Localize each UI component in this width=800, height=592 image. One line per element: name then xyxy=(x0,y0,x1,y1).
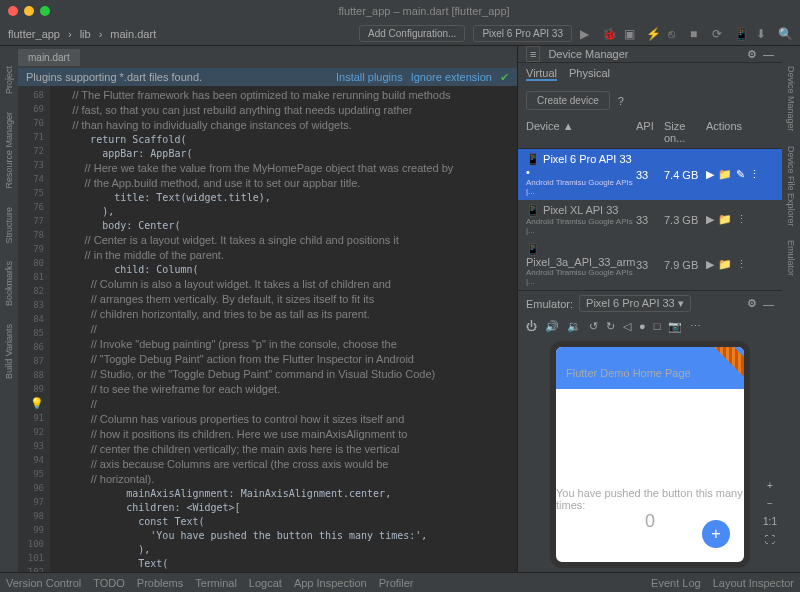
tool-terminal[interactable]: Terminal xyxy=(195,577,237,589)
gear-icon[interactable]: ⚙ xyxy=(747,297,757,310)
emulator-toolbar: ⏻ 🔊 🔉 ↺ ↻ ◁ ● □ 📷 ⋯ xyxy=(518,316,782,337)
hide-icon[interactable]: — xyxy=(763,298,774,310)
col-size[interactable]: Size on... xyxy=(664,120,706,144)
tool-version-control[interactable]: Version Control xyxy=(6,577,81,589)
col-device[interactable]: Device ▲ xyxy=(526,120,636,144)
folder-icon[interactable]: 📁 xyxy=(718,213,732,226)
attach-icon[interactable]: ⎋ xyxy=(668,27,682,41)
stop-icon[interactable]: ■ xyxy=(690,27,704,41)
create-device-button[interactable]: Create device xyxy=(526,91,610,110)
sidebar-project[interactable]: Project xyxy=(4,66,14,94)
run-icon[interactable]: ▶ xyxy=(580,27,594,41)
debug-icon[interactable]: 🐞 xyxy=(602,27,616,41)
tool-event-log[interactable]: Event Log xyxy=(651,577,701,589)
tab-main-dart[interactable]: main.dart xyxy=(18,49,80,66)
volume-up-icon[interactable]: 🔊 xyxy=(545,320,559,333)
more-icon[interactable]: ⋮ xyxy=(749,168,760,181)
device-selector[interactable]: Pixel 6 Pro API 33 xyxy=(473,25,572,42)
power-icon[interactable]: ⏻ xyxy=(526,320,537,333)
panel-menu-icon[interactable]: ≡ xyxy=(526,46,540,62)
editor-area: main.dart Plugins supporting *.dart file… xyxy=(18,46,517,572)
sdk-icon[interactable]: ⬇ xyxy=(756,27,770,41)
sidebar-resource-manager[interactable]: Resource Manager xyxy=(4,112,14,189)
tool-problems[interactable]: Problems xyxy=(137,577,183,589)
hide-icon[interactable]: — xyxy=(763,48,774,60)
code-editor[interactable]: // The Flutter framework has been optimi… xyxy=(50,86,517,572)
chevron-icon: › xyxy=(99,28,103,40)
debug-ribbon xyxy=(714,341,750,383)
col-api[interactable]: API xyxy=(636,120,664,144)
rotate-right-icon[interactable]: ↻ xyxy=(606,320,615,333)
sidebar-emulator[interactable]: Emulator xyxy=(786,240,796,276)
more-icon[interactable]: ⋮ xyxy=(736,213,747,226)
tab-virtual[interactable]: Virtual xyxy=(526,67,557,81)
main-toolbar: flutter_app › lib › main.dart Add Config… xyxy=(0,22,800,46)
install-plugins-link[interactable]: Install plugins xyxy=(336,71,403,83)
device-row[interactable]: 📱 Pixel 6 Pro API 33 •Android Tiramisu G… xyxy=(518,149,782,200)
panel-title: Device Manager xyxy=(548,48,628,60)
play-icon[interactable]: ▶ xyxy=(706,258,714,271)
sidebar-device-file-explorer[interactable]: Device File Explorer xyxy=(786,146,796,227)
avd-icon[interactable]: 📱 xyxy=(734,27,748,41)
fab-add-button[interactable]: + xyxy=(702,520,730,548)
device-row[interactable]: 📱 Pixel_3a_API_33_arm6...Android Tiramis… xyxy=(518,239,782,290)
maximize-window[interactable] xyxy=(40,6,50,16)
tool-todo[interactable]: TODO xyxy=(93,577,125,589)
ignore-extension-link[interactable]: Ignore extension xyxy=(411,71,492,83)
tool-logcat[interactable]: Logcat xyxy=(249,577,282,589)
device-table-header: Device ▲ API Size on... Actions xyxy=(518,116,782,149)
tab-physical[interactable]: Physical xyxy=(569,67,610,81)
phone-appbar: Flutter Demo Home Page xyxy=(556,361,744,389)
emulator-display[interactable]: Flutter Demo Home Page You have pushed t… xyxy=(550,341,750,568)
close-window[interactable] xyxy=(8,6,18,16)
right-sidebar: Device Manager Device File Explorer Emul… xyxy=(782,46,800,572)
tool-layout-inspector[interactable]: Layout Inspector xyxy=(713,577,794,589)
col-actions: Actions xyxy=(706,120,774,144)
add-configuration-button[interactable]: Add Configuration... xyxy=(359,25,465,42)
zoom-full[interactable]: ⛶ xyxy=(762,532,778,548)
overview-icon[interactable]: □ xyxy=(654,320,661,333)
editor-tabs: main.dart xyxy=(18,46,517,68)
help-icon[interactable]: ? xyxy=(618,95,624,107)
minimize-window[interactable] xyxy=(24,6,34,16)
sidebar-device-manager[interactable]: Device Manager xyxy=(786,66,796,132)
play-icon[interactable]: ▶ xyxy=(706,213,714,226)
profile-icon[interactable]: ▣ xyxy=(624,27,638,41)
banner-message: Plugins supporting *.dart files found. xyxy=(26,71,202,83)
tool-app-inspection[interactable]: App Inspection xyxy=(294,577,367,589)
folder-icon[interactable]: 📁 xyxy=(718,168,732,181)
rotate-left-icon[interactable]: ↺ xyxy=(589,320,598,333)
sidebar-build-variants[interactable]: Build Variants xyxy=(4,324,14,379)
device-manager-panel: ≡ Device Manager ⚙ — Virtual Physical Cr… xyxy=(517,46,782,572)
zoom-fit[interactable]: 1:1 xyxy=(762,514,778,530)
zoom-in[interactable]: + xyxy=(762,478,778,494)
breadcrumb-project[interactable]: flutter_app xyxy=(8,28,60,40)
more-icon[interactable]: ⋮ xyxy=(736,258,747,271)
gear-icon[interactable]: ⚙ xyxy=(747,48,757,61)
intention-bulb-icon[interactable]: 💡 xyxy=(30,397,44,409)
tool-profiler[interactable]: Profiler xyxy=(379,577,414,589)
search-icon[interactable]: 🔍 xyxy=(778,27,792,41)
folder-icon[interactable]: 📁 xyxy=(718,258,732,271)
emulator-label: Emulator: xyxy=(526,298,573,310)
edit-icon[interactable]: ✎ xyxy=(736,168,745,181)
sidebar-structure[interactable]: Structure xyxy=(4,207,14,244)
hot-reload-icon[interactable]: ⚡ xyxy=(646,27,660,41)
sidebar-bookmarks[interactable]: Bookmarks xyxy=(4,261,14,306)
breadcrumb-file[interactable]: main.dart xyxy=(110,28,156,40)
sync-icon[interactable]: ⟳ xyxy=(712,27,726,41)
device-row[interactable]: 📱 Pixel XL API 33Android Tiramisu Google… xyxy=(518,200,782,239)
volume-down-icon[interactable]: 🔉 xyxy=(567,320,581,333)
zoom-out[interactable]: − xyxy=(762,496,778,512)
phone-icon: 📱 xyxy=(526,243,540,255)
line-gutter[interactable]: 6869707172737475767778798081828384858687… xyxy=(18,86,50,572)
breadcrumb-dir[interactable]: lib xyxy=(80,28,91,40)
more-icon[interactable]: ⋯ xyxy=(690,320,701,333)
screenshot-icon[interactable]: 📷 xyxy=(668,320,682,333)
bottom-toolbar: Version Control TODO Problems Terminal L… xyxy=(0,572,800,592)
play-icon[interactable]: ▶ xyxy=(706,168,714,181)
emulator-device-selector[interactable]: Pixel 6 Pro API 33 ▾ xyxy=(579,295,691,312)
titlebar: flutter_app – main.dart [flutter_app] xyxy=(0,0,800,22)
back-icon[interactable]: ◁ xyxy=(623,320,631,333)
home-icon[interactable]: ● xyxy=(639,320,646,333)
